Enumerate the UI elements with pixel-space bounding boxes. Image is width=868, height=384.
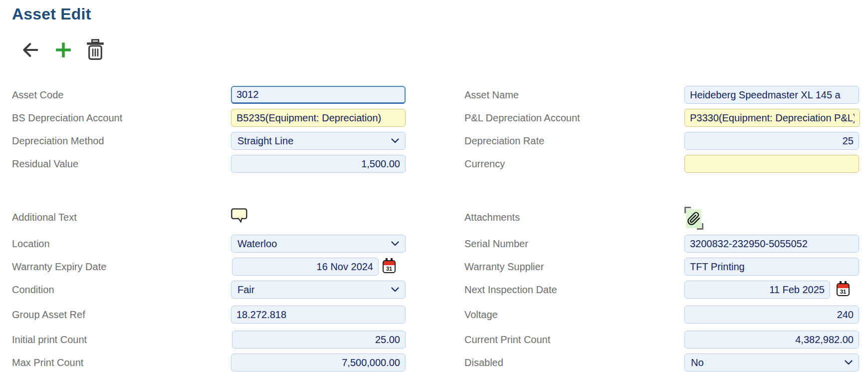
depreciation-method-value: Straight Line bbox=[237, 135, 293, 147]
calendar-icon[interactable]: 31 bbox=[383, 260, 396, 273]
calendar-ring bbox=[840, 281, 842, 284]
residual-value-input[interactable] bbox=[231, 155, 406, 173]
bs-depreciation-account-label: BS Depreciation Account bbox=[12, 109, 122, 127]
asset-name-input[interactable] bbox=[684, 86, 859, 104]
attachments-button[interactable] bbox=[684, 207, 704, 230]
warranty-expiry-date-input[interactable] bbox=[232, 258, 379, 276]
bs-depreciation-account-input[interactable] bbox=[231, 109, 406, 127]
add-icon bbox=[53, 39, 74, 60]
calendar-day: 31 bbox=[384, 265, 395, 272]
next-inspection-date-label: Next Inspection Date bbox=[464, 281, 557, 299]
pl-depreciation-account-input[interactable] bbox=[684, 109, 860, 127]
depreciation-rate-label: Depreciation Rate bbox=[464, 132, 544, 150]
next-inspection-date-input[interactable] bbox=[684, 281, 830, 299]
warranty-supplier-input[interactable] bbox=[684, 258, 859, 276]
delete-trash-icon bbox=[86, 38, 105, 60]
asset-code-input[interactable] bbox=[231, 86, 406, 104]
chevron-down-icon bbox=[391, 241, 399, 246]
disabled-select[interactable]: No bbox=[684, 354, 859, 372]
page-title: Asset Edit bbox=[12, 5, 91, 23]
warranty-supplier-label: Warranty Supplier bbox=[464, 258, 544, 276]
location-label: Location bbox=[12, 235, 50, 253]
depreciation-method-label: Depreciation Method bbox=[12, 132, 104, 150]
back-arrow-icon bbox=[20, 40, 40, 60]
condition-select[interactable]: Fair bbox=[231, 281, 406, 299]
additional-text-button[interactable] bbox=[231, 208, 247, 223]
asset-name-label: Asset Name bbox=[464, 86, 519, 104]
depreciation-method-select[interactable]: Straight Line bbox=[231, 132, 406, 150]
pl-depreciation-account-label: P&L Depreciation Account bbox=[464, 109, 580, 127]
disabled-label: Disabled bbox=[464, 354, 503, 372]
current-print-count-input[interactable] bbox=[684, 331, 859, 349]
currency-label: Currency bbox=[464, 155, 505, 173]
chevron-down-icon bbox=[391, 138, 399, 143]
initial-print-count-label: Initial print Count bbox=[12, 331, 87, 349]
calendar-icon[interactable]: 31 bbox=[837, 283, 850, 296]
add-button[interactable] bbox=[53, 39, 74, 60]
additional-text-label: Additional Text bbox=[12, 208, 77, 226]
comment-icon bbox=[231, 208, 247, 223]
group-asset-ref-label: Group Asset Ref bbox=[12, 306, 85, 324]
delete-button[interactable] bbox=[86, 38, 105, 60]
attachments-label: Attachments bbox=[464, 208, 520, 226]
voltage-label: Voltage bbox=[464, 306, 498, 324]
group-asset-ref-input[interactable] bbox=[231, 306, 406, 324]
calendar-header bbox=[384, 261, 395, 265]
asset-edit-page: { "page": { "title": "Asset Edit" }, "to… bbox=[0, 0, 868, 384]
chevron-down-icon bbox=[391, 287, 399, 292]
disabled-value: No bbox=[691, 357, 704, 369]
calendar-ring bbox=[391, 258, 393, 261]
back-button[interactable] bbox=[20, 40, 40, 60]
chevron-down-icon bbox=[845, 360, 853, 365]
initial-print-count-input[interactable] bbox=[232, 331, 406, 349]
max-print-count-input[interactable] bbox=[231, 354, 406, 372]
condition-label: Condition bbox=[12, 281, 54, 299]
serial-number-input[interactable] bbox=[684, 235, 859, 253]
condition-value: Fair bbox=[237, 284, 254, 296]
calendar-header bbox=[838, 284, 849, 288]
serial-number-label: Serial Number bbox=[464, 235, 528, 253]
warranty-expiry-date-label: Warranty Expiry Date bbox=[12, 258, 106, 276]
depreciation-rate-input[interactable] bbox=[684, 132, 859, 150]
residual-value-label: Residual Value bbox=[12, 155, 78, 173]
current-print-count-label: Current Print Count bbox=[464, 331, 550, 349]
asset-code-label: Asset Code bbox=[12, 86, 63, 104]
location-value: Waterloo bbox=[237, 238, 277, 250]
voltage-input[interactable] bbox=[684, 306, 859, 324]
location-select[interactable]: Waterloo bbox=[231, 235, 406, 253]
currency-input[interactable] bbox=[684, 155, 859, 173]
max-print-count-label: Max Print Count bbox=[12, 354, 83, 372]
calendar-ring bbox=[845, 281, 847, 284]
calendar-ring bbox=[386, 258, 388, 261]
calendar-day: 31 bbox=[838, 288, 849, 295]
paperclip-icon bbox=[687, 211, 701, 226]
